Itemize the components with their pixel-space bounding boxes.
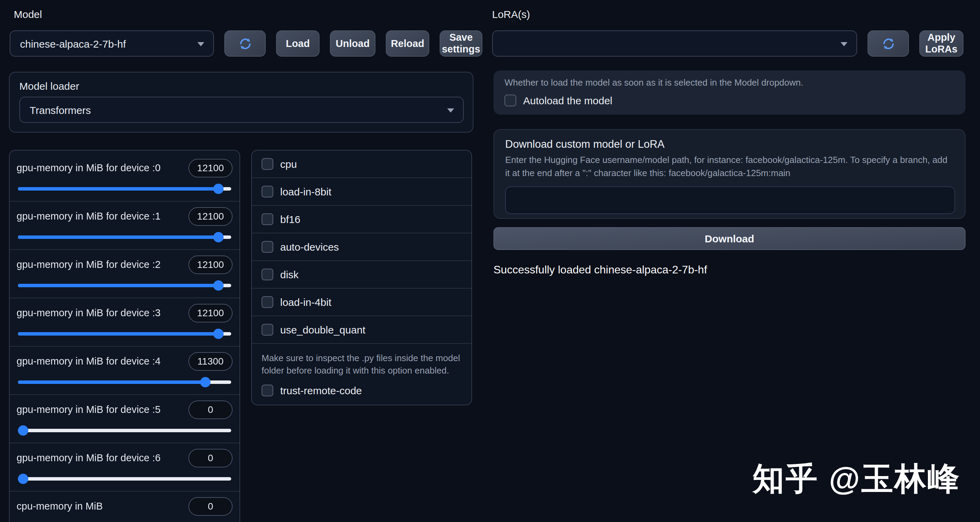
slider-thumb[interactable]: [18, 474, 28, 484]
save-settings-button[interactable]: Save settings: [440, 30, 482, 57]
lora-toolbar: Apply LoRAs: [492, 30, 963, 57]
gpu-memory-panel: gpu-memory in MiB for device :0 gpu-memo…: [9, 150, 240, 522]
chevron-down-icon: [841, 42, 848, 46]
reload-button[interactable]: Reload: [386, 30, 429, 57]
option-row-auto-devices[interactable]: auto-devices: [252, 233, 471, 260]
gpu-memory-1-slider[interactable]: [18, 232, 231, 243]
option-row-use-double-quant[interactable]: use_double_quant: [252, 316, 471, 343]
gpu-memory-4-input[interactable]: [188, 352, 232, 370]
trust-remote-code-info: Make sure to inspect the .py files insid…: [262, 352, 462, 377]
option-row-trust-remote-code[interactable]: trust-remote-code: [262, 385, 462, 397]
slider-thumb[interactable]: [18, 425, 28, 436]
checkbox-icon[interactable]: [262, 241, 273, 253]
slider-fill: [18, 380, 206, 384]
checkbox-icon[interactable]: [262, 158, 273, 170]
slider-row: gpu-memory in MiB for device :4: [10, 346, 239, 394]
checkbox-icon[interactable]: [262, 324, 273, 335]
option-label: cpu: [280, 158, 297, 170]
model-refresh-button[interactable]: [224, 30, 266, 57]
slider-fill: [18, 187, 218, 191]
autoload-info: Whether to load the model as soon as it …: [504, 77, 955, 89]
slider-row: gpu-memory in MiB for device :2: [10, 249, 239, 298]
model-tab-page: Model chinese-alpaca-2-7b-hf Load Unload…: [0, 0, 980, 522]
slider-track: [18, 332, 231, 335]
slider-track: [18, 429, 231, 432]
model-section-label: Model: [14, 8, 42, 20]
option-row-autoload[interactable]: Autoload the model: [504, 94, 955, 106]
autoload-panel: Whether to load the model as soon as it …: [493, 70, 966, 115]
checkbox-icon[interactable]: [262, 268, 273, 280]
slider-label: gpu-memory in MiB for device :6: [17, 452, 161, 463]
refresh-icon: [881, 36, 896, 51]
slider-thumb[interactable]: [213, 280, 224, 291]
option-row-load-in-8bit[interactable]: load-in-8bit: [252, 177, 471, 205]
slider-thumb[interactable]: [213, 184, 224, 194]
download-panel: Download custom model or LoRA Enter the …: [493, 129, 966, 219]
chevron-down-icon: [447, 109, 454, 113]
option-row-bf16[interactable]: bf16: [252, 205, 471, 233]
checkbox-icon[interactable]: [262, 213, 273, 225]
slider-label: gpu-memory in MiB for device :0: [17, 162, 161, 173]
slider-row: gpu-memory in MiB for device :3: [10, 298, 239, 346]
cpu-memory-input[interactable]: [188, 497, 232, 516]
option-row-disk[interactable]: disk: [252, 260, 471, 288]
model-dropdown[interactable]: chinese-alpaca-2-7b-hf: [10, 30, 214, 57]
download-button[interactable]: Download: [493, 227, 966, 250]
model-dropdown-value: chinese-alpaca-2-7b-hf: [20, 38, 126, 49]
option-row-cpu[interactable]: cpu: [252, 150, 471, 177]
checkbox-icon[interactable]: [504, 94, 516, 106]
gpu-memory-3-input[interactable]: [188, 303, 232, 322]
gpu-memory-6-slider[interactable]: [18, 474, 231, 484]
load-button[interactable]: Load: [276, 30, 320, 57]
lora-refresh-button[interactable]: [867, 30, 909, 57]
autoload-label: Autoload the model: [523, 94, 612, 106]
slider-thumb[interactable]: [213, 329, 224, 339]
slider-label: gpu-memory in MiB for device :5: [17, 404, 161, 415]
option-row-load-in-4bit[interactable]: load-in-4bit: [252, 288, 471, 316]
slider-track: [18, 187, 231, 191]
slider-track: [18, 235, 231, 239]
gpu-memory-0-slider[interactable]: [18, 184, 231, 194]
unload-button[interactable]: Unload: [330, 30, 375, 57]
checkbox-icon[interactable]: [262, 186, 273, 198]
gpu-memory-2-input[interactable]: [188, 255, 232, 274]
download-model-input[interactable]: [505, 186, 955, 214]
slider-label: gpu-memory in MiB for device :2: [17, 259, 161, 270]
gpu-memory-2-slider[interactable]: [18, 280, 231, 291]
slider-track: [18, 284, 231, 287]
model-loader-panel: Model loader Transformers: [9, 72, 473, 132]
lora-dropdown[interactable]: [492, 30, 857, 57]
slider-row: gpu-memory in MiB for device :6: [10, 442, 239, 491]
option-label: disk: [280, 268, 299, 280]
gpu-memory-4-slider[interactable]: [18, 377, 231, 387]
gpu-memory-1-input[interactable]: [188, 207, 232, 225]
download-description: Enter the Hugging Face username/model pa…: [505, 154, 954, 180]
gpu-memory-5-slider[interactable]: [18, 425, 231, 436]
slider-fill: [18, 332, 218, 335]
checkbox-icon[interactable]: [262, 296, 273, 308]
gpu-memory-5-input[interactable]: [188, 400, 232, 419]
download-title: Download custom model or LoRA: [505, 138, 954, 150]
model-loader-label: Model loader: [19, 80, 463, 92]
model-options-panel: cpu load-in-8bit bf16 auto-devices disk …: [251, 150, 472, 405]
option-label: load-in-4bit: [280, 296, 331, 308]
slider-row: cpu-memory in MiB: [10, 491, 239, 522]
model-toolbar: chinese-alpaca-2-7b-hf Load Unload Reloa…: [10, 30, 482, 57]
slider-row: gpu-memory in MiB for device :0: [10, 153, 239, 201]
slider-track: [18, 477, 231, 480]
slider-thumb[interactable]: [213, 232, 224, 243]
slider-thumb[interactable]: [200, 377, 211, 387]
gpu-memory-6-input[interactable]: [188, 449, 232, 467]
chevron-down-icon: [197, 42, 204, 46]
gpu-memory-0-input[interactable]: [188, 158, 232, 177]
apply-loras-button[interactable]: Apply LoRAs: [919, 30, 963, 57]
watermark-text: 知乎 @玉林峰: [752, 458, 961, 501]
status-message: Successfully loaded chinese-alpaca-2-7b-…: [493, 264, 707, 276]
slider-fill: [18, 235, 218, 239]
lora-section-label: LoRA(s): [492, 8, 530, 20]
option-label: use_double_quant: [280, 324, 366, 335]
gpu-memory-3-slider[interactable]: [18, 329, 231, 339]
checkbox-icon[interactable]: [262, 385, 273, 397]
model-loader-value: Transformers: [30, 104, 91, 116]
model-loader-dropdown[interactable]: Transformers: [19, 97, 464, 123]
